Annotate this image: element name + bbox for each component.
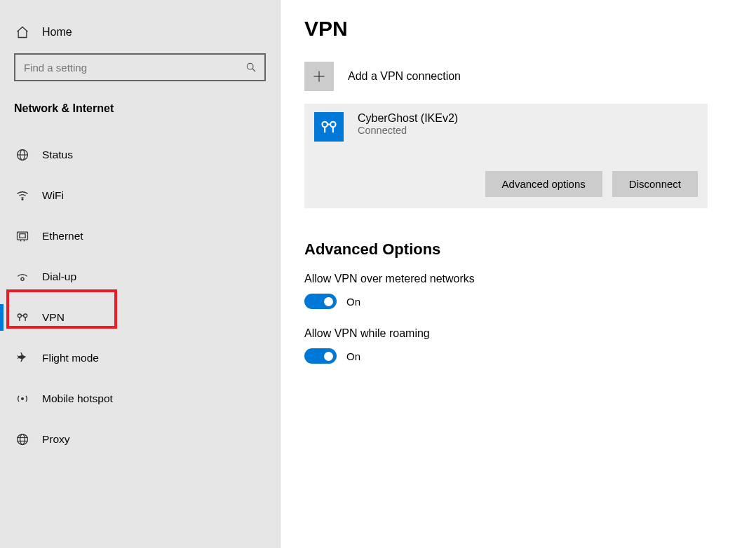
toggle-metered[interactable] (304, 294, 337, 309)
setting-label: Allow VPN while roaming (304, 327, 728, 340)
svg-line-1 (252, 69, 255, 71)
sidebar-item-proxy[interactable]: Proxy (0, 419, 280, 460)
sidebar-nav-list: Status WiFi Ethernet (0, 128, 280, 460)
advanced-options-heading: Advanced Options (304, 240, 728, 259)
sidebar: Home Network & Internet Status (0, 0, 281, 548)
add-vpn-label: Add a VPN connection (348, 70, 461, 83)
sidebar-item-ethernet[interactable]: Ethernet (0, 216, 280, 256)
toggle-state-label: On (346, 350, 360, 362)
svg-point-15 (20, 434, 25, 445)
wifi-icon (14, 189, 31, 203)
sidebar-item-label: Flight mode (42, 352, 99, 364)
sidebar-item-flightmode[interactable]: Flight mode (0, 338, 280, 378)
toggle-roaming[interactable] (304, 348, 337, 364)
toggle-state-label: On (346, 296, 360, 308)
vpn-connection-name: CyberGhost (IKEv2) (358, 112, 458, 125)
airplane-icon (14, 351, 31, 365)
globe-icon (14, 148, 31, 162)
dialup-icon (14, 270, 31, 284)
svg-rect-7 (20, 234, 25, 238)
sidebar-item-label: VPN (42, 311, 65, 324)
vpn-connection-status: Connected (358, 125, 458, 136)
vpn-connection-icon (314, 112, 344, 142)
vpn-icon (14, 310, 31, 324)
sidebar-group-title: Network & Internet (0, 94, 280, 128)
svg-point-14 (18, 434, 28, 445)
svg-point-13 (22, 398, 24, 400)
sidebar-item-label: Proxy (42, 433, 70, 446)
search-input-wrap[interactable] (14, 53, 266, 81)
sidebar-item-status[interactable]: Status (0, 135, 280, 175)
sidebar-item-label: Ethernet (42, 230, 83, 242)
sidebar-home[interactable]: Home (0, 13, 280, 49)
svg-point-11 (18, 314, 21, 317)
sidebar-item-vpn[interactable]: VPN (0, 297, 280, 338)
svg-point-10 (21, 278, 24, 280)
search-icon (245, 62, 257, 73)
vpn-connection-card[interactable]: CyberGhost (IKEv2) Connected Advanced op… (304, 104, 708, 208)
sidebar-item-label: WiFi (42, 189, 64, 202)
plus-icon (304, 62, 334, 91)
setting-roaming: Allow VPN while roaming On (304, 327, 728, 364)
disconnect-button[interactable]: Disconnect (612, 171, 698, 197)
home-icon (14, 25, 31, 39)
svg-point-12 (24, 314, 27, 317)
svg-rect-6 (18, 232, 28, 240)
svg-point-21 (330, 122, 335, 127)
svg-point-5 (22, 199, 23, 200)
page-title: VPN (304, 17, 728, 41)
sidebar-item-wifi[interactable]: WiFi (0, 175, 280, 216)
main-content: VPN Add a VPN connection CyberGhost (IKE… (281, 0, 756, 548)
svg-point-20 (322, 122, 327, 127)
proxy-icon (14, 432, 31, 446)
sidebar-home-label: Home (42, 26, 72, 39)
sidebar-item-dialup[interactable]: Dial-up (0, 256, 280, 297)
advanced-options-button[interactable]: Advanced options (485, 171, 602, 197)
sidebar-item-label: Dial-up (42, 270, 76, 283)
hotspot-icon (14, 392, 31, 406)
sidebar-item-hotspot[interactable]: Mobile hotspot (0, 378, 280, 419)
ethernet-icon (14, 229, 31, 243)
setting-label: Allow VPN over metered networks (304, 273, 728, 285)
svg-point-0 (247, 63, 253, 69)
sidebar-item-label: Status (42, 149, 73, 161)
sidebar-item-label: Mobile hotspot (42, 392, 113, 405)
add-vpn-connection[interactable]: Add a VPN connection (304, 62, 728, 91)
search-input[interactable] (24, 62, 245, 74)
setting-metered: Allow VPN over metered networks On (304, 273, 728, 309)
